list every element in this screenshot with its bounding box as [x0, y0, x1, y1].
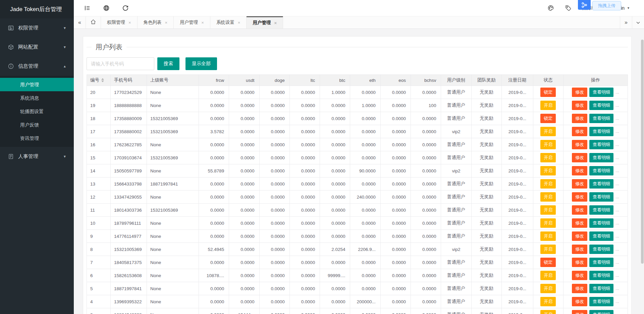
edit-button[interactable]: 修改: [572, 310, 587, 314]
view-detail-button[interactable]: 查看明细: [589, 271, 613, 280]
close-icon[interactable]: ×: [274, 20, 277, 25]
view-detail-button[interactable]: 查看明细: [589, 88, 613, 97]
edit-button[interactable]: 修改: [572, 88, 587, 97]
tabs-menu-button[interactable]: [632, 16, 644, 29]
view-detail-button[interactable]: 查看明细: [589, 192, 613, 202]
status-toggle-button[interactable]: 锁定: [540, 88, 556, 97]
close-icon[interactable]: ×: [201, 20, 204, 25]
view-detail-button[interactable]: 查看明细: [589, 140, 613, 149]
status-toggle-button[interactable]: 开启: [540, 205, 556, 215]
home-tab-button[interactable]: [86, 16, 101, 29]
status-toggle-button[interactable]: 开启: [540, 192, 556, 202]
tab-4[interactable]: 用户管理×: [247, 16, 283, 29]
edit-button[interactable]: 修改: [572, 179, 587, 189]
sidebar-item-3[interactable]: 人事管理▼: [0, 147, 74, 166]
page-scrollbar-thumb[interactable]: [641, 40, 644, 264]
view-detail-button[interactable]: 查看明细: [589, 127, 613, 136]
status-toggle-button[interactable]: 开启: [540, 284, 556, 293]
edit-button[interactable]: 修改: [572, 205, 587, 215]
refresh-icon[interactable]: [122, 5, 129, 11]
tab-1[interactable]: 角色列表×: [138, 16, 174, 29]
status-toggle-button[interactable]: 开启: [540, 231, 556, 241]
close-icon[interactable]: ×: [128, 20, 131, 25]
sidebar-subitem-0[interactable]: 用户管理: [0, 78, 74, 91]
status-toggle-button[interactable]: 开启: [540, 310, 556, 314]
more-actions[interactable]: ...: [615, 286, 619, 291]
globe-icon[interactable]: [103, 5, 110, 11]
sidebar-subitem-1[interactable]: 系统消息: [0, 91, 74, 105]
more-actions[interactable]: ...: [615, 312, 619, 314]
more-actions[interactable]: ...: [615, 103, 619, 108]
more-actions[interactable]: ...: [615, 194, 619, 199]
close-icon[interactable]: ×: [238, 20, 240, 25]
edit-button[interactable]: 修改: [572, 271, 587, 280]
status-toggle-button[interactable]: 开启: [540, 271, 556, 280]
tabs-scroll-right-button[interactable]: »: [620, 16, 632, 29]
sidebar-item-1[interactable]: 网站配置▼: [0, 38, 74, 57]
tag-icon[interactable]: [565, 5, 572, 11]
edit-button[interactable]: 修改: [572, 140, 587, 149]
view-detail-button[interactable]: 查看明细: [589, 166, 613, 175]
more-actions[interactable]: ...: [615, 90, 619, 95]
edit-button[interactable]: 修改: [572, 284, 587, 293]
view-detail-button[interactable]: 查看明细: [589, 310, 613, 314]
tabs-scroll-left-button[interactable]: «: [74, 16, 86, 29]
more-actions[interactable]: ...: [615, 116, 619, 121]
edit-button[interactable]: 修改: [572, 166, 587, 175]
status-toggle-button[interactable]: 开启: [540, 218, 556, 228]
status-toggle-button[interactable]: 开启: [540, 140, 556, 149]
edit-button[interactable]: 修改: [572, 101, 587, 110]
sidebar-subitem-3[interactable]: 用户反馈: [0, 118, 74, 132]
sidebar-item-0[interactable]: 权限管理▼: [0, 18, 74, 38]
sort-icon[interactable]: [101, 78, 104, 82]
sidebar-toggle-icon[interactable]: [84, 5, 91, 11]
column-header-id[interactable]: 编号: [87, 75, 111, 86]
theme-palette-icon[interactable]: [547, 5, 554, 11]
status-toggle-button[interactable]: 开启: [540, 153, 556, 162]
view-detail-button[interactable]: 查看明细: [589, 218, 613, 228]
edit-button[interactable]: 修改: [572, 245, 587, 254]
more-actions[interactable]: ...: [615, 299, 619, 304]
more-actions[interactable]: ...: [615, 233, 619, 239]
view-detail-button[interactable]: 查看明细: [589, 245, 613, 254]
status-toggle-button[interactable]: 开启: [540, 127, 556, 136]
status-toggle-button[interactable]: 开启: [540, 166, 556, 175]
phone-search-input[interactable]: [87, 57, 154, 70]
edit-button[interactable]: 修改: [572, 297, 587, 306]
tab-2[interactable]: 用户管理×: [174, 16, 210, 29]
more-actions[interactable]: ...: [615, 129, 619, 134]
more-actions[interactable]: ...: [615, 273, 619, 278]
sidebar-item-2[interactable]: 信息管理▲: [0, 57, 74, 76]
view-detail-button[interactable]: 查看明细: [589, 205, 613, 215]
edit-button[interactable]: 修改: [572, 258, 587, 267]
view-detail-button[interactable]: 查看明细: [589, 179, 613, 189]
view-detail-button[interactable]: 查看明细: [589, 153, 613, 162]
tab-3[interactable]: 系统设置×: [210, 16, 247, 29]
edit-button[interactable]: 修改: [572, 192, 587, 202]
more-actions[interactable]: ...: [615, 181, 619, 186]
status-toggle-button[interactable]: 开启: [540, 245, 556, 254]
view-detail-button[interactable]: 查看明细: [589, 258, 613, 267]
view-detail-button[interactable]: 查看明细: [589, 297, 613, 306]
more-actions[interactable]: ...: [615, 168, 619, 173]
edit-button[interactable]: 修改: [572, 231, 587, 241]
tab-0[interactable]: 权限管理×: [101, 16, 138, 29]
view-detail-button[interactable]: 查看明细: [589, 231, 613, 241]
status-toggle-button[interactable]: 开启: [540, 179, 556, 189]
sidebar-subitem-4[interactable]: 资讯管理: [0, 132, 74, 145]
edit-button[interactable]: 修改: [572, 127, 587, 136]
edit-button[interactable]: 修改: [572, 218, 587, 228]
view-detail-button[interactable]: 查看明细: [589, 114, 613, 123]
search-button[interactable]: 搜索: [157, 57, 179, 70]
sidebar-subitem-2[interactable]: 轮播图设置: [0, 105, 74, 118]
edit-button[interactable]: 修改: [572, 114, 587, 123]
netdisk-share-icon[interactable]: [578, 0, 591, 10]
status-toggle-button[interactable]: 锁定: [540, 258, 556, 267]
more-actions[interactable]: ...: [615, 155, 619, 160]
more-actions[interactable]: ...: [615, 260, 619, 265]
more-actions[interactable]: ...: [615, 220, 619, 225]
more-actions[interactable]: ...: [615, 247, 619, 252]
show-all-button[interactable]: 显示全部: [185, 57, 217, 70]
more-actions[interactable]: ...: [615, 142, 619, 147]
more-actions[interactable]: ...: [615, 207, 619, 212]
